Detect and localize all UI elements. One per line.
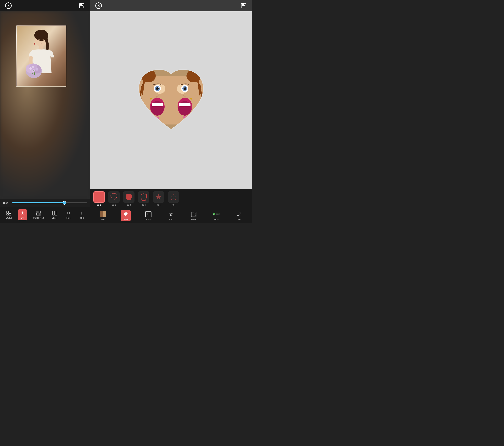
mirror-label: Mirror (101, 218, 106, 220)
svg-rect-70 (193, 117, 195, 121)
sticker-label: Sticker (214, 218, 219, 220)
left-toolbar: Layout Blur Background Spa (0, 207, 90, 223)
edit-icon (236, 211, 242, 218)
right-header: ✕ (90, 0, 252, 11)
tool-text[interactable]: T Text (77, 209, 86, 220)
right-canvas-area (90, 11, 252, 189)
tool-blur[interactable]: Blur (18, 209, 27, 220)
blur-slider-container[interactable] (12, 202, 87, 203)
svg-rect-21 (7, 211, 8, 213)
shape-label-3d1: 3D-1 (97, 204, 101, 206)
blur-label: Blur (3, 201, 10, 204)
right-bottom-toolbar: Mirror Shape 1:1 Ratio Effect (90, 208, 252, 223)
photo-illustration (17, 25, 66, 87)
shape-icon-3d5 (153, 191, 164, 203)
shape-icon-3d4 (138, 191, 149, 203)
svg-point-14 (36, 68, 38, 71)
svg-rect-47 (151, 116, 153, 120)
svg-rect-32 (242, 6, 245, 8)
ratio-label: Ratio (66, 217, 71, 219)
blur-control: Blur (0, 199, 90, 207)
svg-rect-50 (148, 116, 150, 118)
svg-rect-74 (193, 117, 195, 119)
ratio-right-icon: 1:1 (145, 211, 152, 218)
svg-rect-27 (38, 213, 41, 215)
effect-icon (168, 211, 174, 218)
ratio-right-label: Ratio (146, 218, 150, 220)
tool-frame[interactable]: Frame (189, 210, 198, 221)
blur-slider-fill (12, 202, 64, 203)
tool-shape[interactable]: Shape (121, 210, 131, 221)
frame-label: Frame (191, 218, 196, 220)
text-icon: T (79, 211, 84, 216)
svg-point-15 (32, 66, 35, 68)
background-icon (36, 211, 41, 216)
space-icon (52, 211, 57, 216)
svg-rect-28 (53, 211, 54, 215)
tool-edit[interactable]: Edit (234, 210, 244, 221)
right-panel: ✕ (90, 0, 252, 223)
left-header: ✕ (0, 0, 90, 11)
shape-item-3d2[interactable]: 3D-2 (108, 191, 120, 206)
svg-rect-71 (183, 116, 185, 118)
blur-label-tool: Blur (21, 217, 24, 219)
svg-rect-78 (192, 213, 195, 216)
sticker-icon: GO ANDROID APPS.COM (213, 211, 220, 218)
tool-space[interactable]: Space (50, 209, 59, 220)
shape-label-3d6: 3D-6 (172, 204, 176, 206)
shape-item-3d5[interactable]: 3D-5 (152, 191, 165, 206)
left-close-button[interactable]: ✕ (5, 2, 12, 9)
shape-label-3d3: 3D-3 (127, 204, 131, 206)
background-label: Background (33, 217, 44, 219)
svg-rect-43 (152, 103, 163, 106)
canvas-photo[interactable] (16, 25, 66, 87)
svg-rect-26 (36, 211, 38, 213)
shape-item-3d3[interactable]: 3D-3 (122, 191, 135, 206)
left-save-button[interactable] (78, 2, 85, 9)
shape-icon-3d3 (123, 191, 134, 203)
close-icon: ✕ (5, 2, 12, 9)
space-label: Space (52, 217, 57, 219)
svg-point-20 (43, 39, 44, 41)
heart-photo-canvas[interactable] (132, 63, 210, 137)
shape-label-3d5: 3D-5 (157, 204, 161, 206)
tool-ratio-right[interactable]: 1:1 Ratio (144, 210, 153, 221)
right-save-icon (241, 3, 247, 9)
shape-selection-row: 3D-1 3D-2 3D-3 3D-4 3D-5 (90, 189, 252, 208)
shape-item-3d6[interactable]: 3D-6 (167, 191, 180, 206)
left-canvas-area (0, 11, 90, 199)
edit-label: Edit (238, 218, 241, 220)
tool-layout[interactable]: Layout (4, 209, 14, 220)
mirror-icon (100, 211, 106, 218)
right-save-button[interactable] (240, 2, 247, 9)
svg-point-18 (34, 43, 35, 45)
svg-rect-33 (242, 3, 244, 5)
blur-slider-thumb[interactable] (63, 201, 66, 205)
svg-rect-46 (148, 116, 150, 120)
tool-mirror[interactable]: Mirror (98, 210, 108, 221)
tool-sticker[interactable]: GO ANDROID APPS.COM Sticker (212, 210, 221, 221)
shape-label-3d2: 3D-2 (112, 204, 116, 206)
tool-background[interactable]: Background (31, 209, 46, 220)
svg-point-19 (38, 39, 40, 41)
tool-effect[interactable]: Effect (166, 210, 176, 221)
svg-point-75 (190, 98, 192, 100)
svg-rect-23 (7, 214, 8, 215)
svg-rect-29 (55, 211, 57, 215)
shape-icon (123, 211, 129, 218)
svg-rect-73 (190, 116, 192, 118)
shape-label: Shape (123, 218, 128, 220)
tool-ratio[interactable]: 1:1 Ratio (64, 209, 73, 220)
ratio-icon: 1:1 (66, 211, 71, 216)
svg-rect-64 (179, 103, 191, 106)
svg-rect-69 (190, 116, 192, 120)
blur-slider-track (12, 202, 87, 203)
shape-icon-3d6 (168, 191, 179, 203)
shape-item-3d1[interactable]: 3D-1 (92, 191, 106, 206)
save-icon (79, 3, 85, 9)
blur-tool-icon (20, 211, 25, 216)
svg-point-40 (158, 87, 159, 88)
right-close-button[interactable]: ✕ (95, 2, 102, 9)
shape-label-3d4: 3D-4 (142, 204, 146, 206)
shape-item-3d4[interactable]: 3D-4 (137, 191, 150, 206)
